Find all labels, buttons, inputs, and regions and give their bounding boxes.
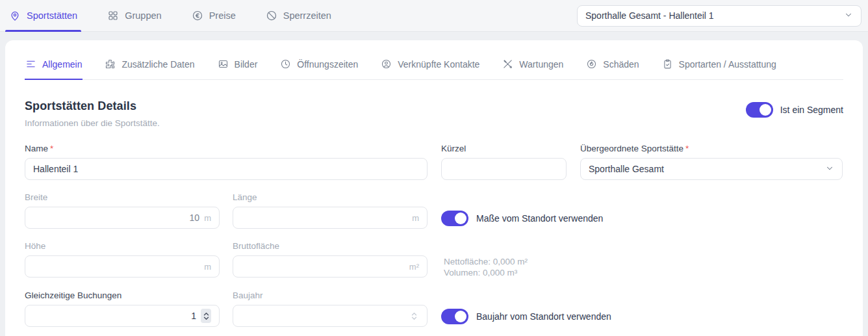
grid-icon xyxy=(107,10,119,21)
baujahr-label: Baujahr xyxy=(233,291,428,300)
name-input[interactable] xyxy=(25,158,428,180)
chevron-up-icon xyxy=(203,312,209,316)
toggle-knob xyxy=(455,311,466,322)
laenge-input: m xyxy=(233,207,428,229)
detail-tabbar: Allgemein Zusätzliche Daten Bilder Öffnu… xyxy=(25,57,843,80)
tab-label: Verknüpfte Kontakte xyxy=(398,59,479,70)
parent-facility-select[interactable]: Sporthalle Gesamt xyxy=(580,158,843,180)
breite-value: 10 xyxy=(190,213,200,223)
clock-icon xyxy=(280,58,291,70)
chevron-up-icon xyxy=(411,312,417,316)
tab-label: Schäden xyxy=(603,59,639,70)
buchungen-value: 1 xyxy=(191,311,196,321)
map-pin-icon xyxy=(9,10,21,21)
image-icon xyxy=(218,58,229,70)
laenge-label: Länge xyxy=(233,192,428,202)
buchungen-stepper[interactable] xyxy=(201,309,211,323)
top-nav: Sportstätten Gruppen Preise Sperrzeiten xyxy=(8,0,333,31)
puzzle-icon xyxy=(105,58,116,70)
hoehe-input: m xyxy=(25,255,220,278)
nav-label: Preise xyxy=(209,10,236,21)
parent-facility-value: Sporthalle Gesamt xyxy=(589,164,664,174)
name-label: Name* xyxy=(25,144,428,153)
baujahr-stepper xyxy=(409,309,419,323)
breite-unit: m xyxy=(204,213,211,223)
tab-verknuepfte-kontakte[interactable]: Verknüpfte Kontakte xyxy=(380,57,480,79)
tab-sportarten-ausstattung[interactable]: Sportarten / Ausstattung xyxy=(661,57,777,79)
masse-standort-toggle[interactable] xyxy=(441,211,468,226)
chevron-down-icon xyxy=(203,317,209,320)
page-subtitle: Informationen über die Sportstätte. xyxy=(25,118,160,128)
volumen-text: Volumen: 0,000 m³ xyxy=(441,267,528,278)
nav-label: Sperrzeiten xyxy=(283,10,331,21)
tab-wartungen[interactable]: Wartungen xyxy=(502,57,564,79)
buchungen-label: Gleichzeitige Buchungen xyxy=(25,291,220,300)
user-circle-icon xyxy=(381,58,392,70)
tools-icon xyxy=(502,58,513,70)
flame-circle-icon xyxy=(586,58,597,70)
section-head: Sportstätten Details Informationen über … xyxy=(25,99,843,128)
bruttoflaeche-label: Bruttofläche xyxy=(233,241,428,251)
tab-label: Sportarten / Ausstattung xyxy=(679,59,776,70)
nav-label: Gruppen xyxy=(125,10,161,21)
slash-circle-icon xyxy=(266,10,277,21)
tab-schaeden[interactable]: Schäden xyxy=(585,57,639,79)
baujahr-standort-toggle[interactable] xyxy=(441,309,468,324)
bruttoflaeche-input: m² xyxy=(233,255,428,278)
chevron-down-icon xyxy=(411,317,417,320)
tab-label: Allgemein xyxy=(42,59,82,70)
hoehe-unit: m xyxy=(204,262,211,272)
breite-input: 10 m xyxy=(25,207,220,229)
kuerzel-label: Kürzel xyxy=(441,144,567,153)
buchungen-input[interactable]: 1 xyxy=(25,305,220,327)
nav-item-preise[interactable]: Preise xyxy=(190,0,237,31)
nav-item-sportstaetten[interactable]: Sportstätten xyxy=(8,0,79,31)
kuerzel-input[interactable] xyxy=(441,158,567,180)
baujahr-input xyxy=(233,305,428,327)
toggle-knob xyxy=(455,213,466,224)
page-title: Sportstätten Details xyxy=(25,99,160,113)
tab-label: Bilder xyxy=(235,59,258,70)
tab-label: Zusätzliche Daten xyxy=(121,59,194,70)
clipboard-check-icon xyxy=(662,58,673,70)
details-form: Name* Kürzel Übergeordnete Sportstätte* … xyxy=(25,144,843,327)
nav-item-sperrzeiten[interactable]: Sperrzeiten xyxy=(264,0,333,31)
nettoflaeche-text: Nettofläche: 0,000 m² xyxy=(441,256,528,267)
facility-select[interactable]: Sporthalle Gesamt - Hallenteil 1 xyxy=(577,5,862,27)
laenge-unit: m xyxy=(412,213,419,223)
chevron-down-icon xyxy=(844,10,853,21)
tab-label: Wartungen xyxy=(519,59,563,70)
euro-circle-icon xyxy=(192,10,203,21)
parent-facility-label: Übergeordnete Sportstätte* xyxy=(580,144,843,153)
hoehe-label: Höhe xyxy=(25,241,220,251)
chevron-down-icon xyxy=(825,164,834,175)
details-card: Allgemein Zusätzliche Daten Bilder Öffnu… xyxy=(5,40,863,336)
tab-allgemein[interactable]: Allgemein xyxy=(25,57,83,79)
lines-icon xyxy=(25,58,36,70)
tab-oeffnungszeiten[interactable]: Öffnungszeiten xyxy=(279,57,359,79)
tab-bilder[interactable]: Bilder xyxy=(217,57,259,79)
baujahr-standort-toggle-label: Baujahr vom Standort verwenden xyxy=(476,311,611,322)
nav-item-gruppen[interactable]: Gruppen xyxy=(106,0,162,31)
segment-toggle[interactable] xyxy=(746,102,773,118)
segment-toggle-label: Ist ein Segment xyxy=(780,105,843,115)
tab-zusaetzliche-daten[interactable]: Zusätzliche Daten xyxy=(104,57,195,79)
required-mark: * xyxy=(50,144,53,153)
toggle-knob xyxy=(760,104,771,116)
bruttoflaeche-unit: m² xyxy=(409,262,419,272)
nav-label: Sportstätten xyxy=(27,10,77,21)
top-bar: Sportstätten Gruppen Preise Sperrzeiten … xyxy=(0,0,868,32)
facility-select-value: Sporthalle Gesamt - Hallenteil 1 xyxy=(585,10,714,21)
masse-standort-toggle-label: Maße vom Standort verwenden xyxy=(476,213,603,224)
breite-label: Breite xyxy=(25,192,220,202)
required-mark: * xyxy=(685,144,689,153)
tab-label: Öffnungszeiten xyxy=(297,59,358,70)
